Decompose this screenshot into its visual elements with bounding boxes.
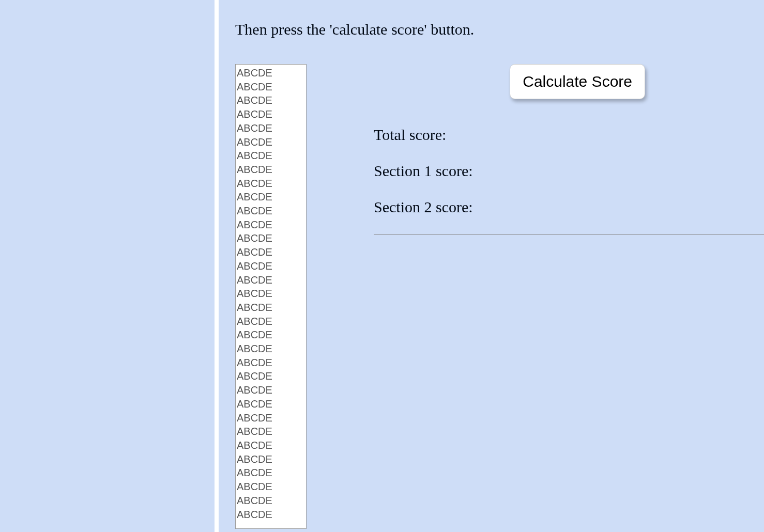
- total-score-label: Total score:: [374, 126, 764, 144]
- score-divider: [374, 234, 764, 235]
- answers-textarea[interactable]: [235, 64, 307, 529]
- calculate-score-button[interactable]: Calculate Score: [510, 64, 645, 99]
- right-column: Calculate Score Total score: Section 1 s…: [374, 64, 764, 235]
- vertical-divider: [215, 0, 219, 532]
- instruction-text: Then press the 'calculate score' button.: [235, 21, 764, 38]
- left-margin: [0, 0, 215, 532]
- calc-button-wrap: Calculate Score: [374, 64, 764, 99]
- main-row: Calculate Score Total score: Section 1 s…: [235, 64, 764, 529]
- content-area: Then press the 'calculate score' button.…: [219, 0, 764, 532]
- section2-score-label: Section 2 score:: [374, 198, 764, 216]
- score-lines: Total score: Section 1 score: Section 2 …: [374, 126, 764, 235]
- section1-score-label: Section 1 score:: [374, 162, 764, 180]
